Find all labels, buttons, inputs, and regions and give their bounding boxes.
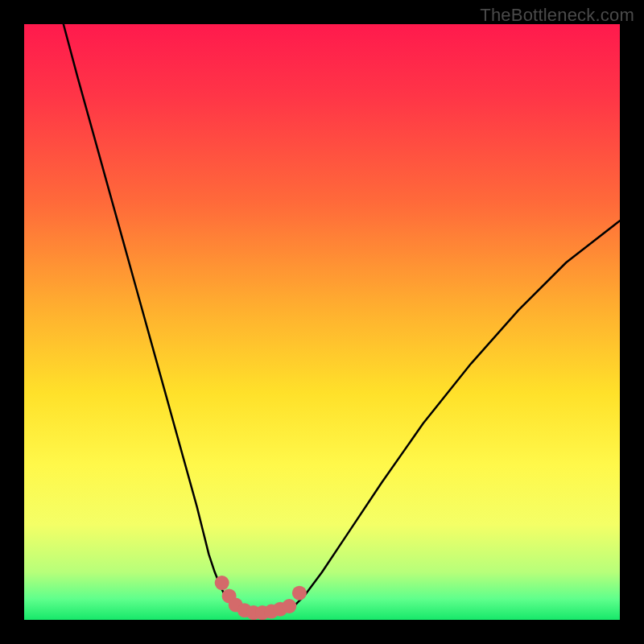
watermark-text: TheBottleneck.com (480, 5, 634, 26)
outer-frame: TheBottleneck.com (0, 0, 644, 644)
valley-marker (215, 576, 229, 590)
valley-marker (292, 586, 307, 601)
plot-area (24, 24, 620, 620)
valley-marker (282, 599, 296, 613)
bottleneck-curve (24, 24, 620, 620)
